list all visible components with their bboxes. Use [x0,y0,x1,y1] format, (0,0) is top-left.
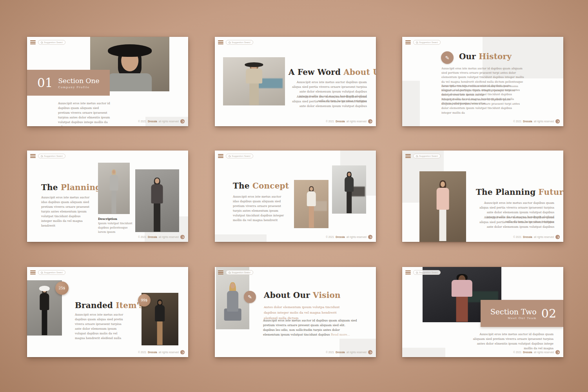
arrow-circle-icon[interactable] [555,235,560,239]
hamburger-icon[interactable] [405,270,411,274]
arrow-circle-icon[interactable] [180,350,185,354]
slide-topbar: Suggestion Search... [30,39,185,45]
search-input[interactable]: Suggestion Search... [226,40,253,45]
hamburger-icon[interactable] [30,40,36,44]
hamburger-icon[interactable] [30,270,36,274]
slide-title: The Planning [41,183,101,192]
arrow-circle-icon[interactable] [368,235,372,239]
slide-topbar: Suggestion Search... [405,269,560,276]
decor-gray-box [402,348,445,357]
hamburger-icon[interactable] [30,154,36,158]
arrow-circle-icon[interactable] [555,119,560,123]
model-figure [429,180,456,242]
copyright-text: © 2021 [513,120,521,123]
rights-text: all rights reserved [534,351,554,354]
slide-footer: © 2021Dressiaall rights reserved [138,350,185,354]
photo-model-plaid-coat [135,169,179,232]
brand-name: Dressia [148,236,157,238]
slide-branded-items[interactable]: Suggestion Search... 25$ Branded Item's … [27,267,188,357]
photo-model-poncho [332,165,366,214]
model-figure [223,274,242,329]
arrow-circle-icon[interactable] [180,235,185,239]
slide-the-planning[interactable]: Suggestion Search... The Planning Auusci… [27,151,188,242]
copyright-text: © 2021 [138,120,146,123]
search-icon [229,272,230,274]
slide-footer: © 2021Dressiaall rights reserved [326,235,372,239]
search-input[interactable]: Suggestion Search... [226,154,253,158]
rights-text: all rights reserved [347,120,367,123]
search-placeholder: Suggestion Search... [419,271,438,274]
slide-the-concept[interactable]: Suggestion Search... The Concept Auuscip… [215,151,376,242]
search-input[interactable]: Suggestion Search... [38,40,65,45]
section-number: 01 [37,76,53,90]
search-input[interactable]: Suggestion Search... [413,40,441,45]
copyright-text: © 2021 [138,351,146,354]
slide-title: About Our Vision [264,290,341,300]
slide-topbar: Suggestion Search... [30,153,185,159]
search-placeholder: Suggestion Search... [44,155,63,157]
slide-topbar: Suggestion Search... [405,153,560,159]
hamburger-icon[interactable] [405,154,411,158]
read-more-link[interactable]: Read more... [331,333,350,336]
hamburger-icon[interactable] [218,154,223,158]
hamburger-icon[interactable] [218,270,223,274]
slide-about-vision[interactable]: Suggestion Search... ✎ About Our Vision … [215,267,376,357]
arrow-circle-icon[interactable] [180,119,185,123]
search-input[interactable]: Suggestion Search... [413,154,441,158]
brand-name: Dressia [523,351,532,354]
slide-footer: © 2021Dressiaall rights reserved [326,119,372,123]
template-gallery: Suggestion Search... 01 Section One Comp… [0,0,588,392]
body-paragraph-2: Auuscipit eros iste metus auctor dapibus… [292,94,367,109]
rights-text: all rights reserved [534,120,554,123]
section-subtitle: Company Profile [58,86,99,89]
slide-title: A Few Word About Us [289,67,367,77]
rights-text: all rights reserved [534,236,554,238]
copyright-text: © 2021 [138,236,146,238]
photo-model-suit [98,163,130,214]
slide-footer: © 2021Dressiaall rights reserved [326,350,372,354]
description-body: Ipsum volutpat tincidunt dapibus pellent… [98,221,134,235]
search-input[interactable]: Suggestion Search... [413,270,441,275]
brand-name: Dressia [336,351,345,354]
slide-section-one[interactable]: Suggestion Search... 01 Section One Comp… [27,37,188,126]
rights-text: all rights reserved [347,351,367,354]
section-banner: Section Two Meet Our Team 02 [481,300,563,327]
arrow-circle-icon[interactable] [368,119,372,123]
slide-about-us[interactable]: Suggestion Search... A Few Word About Us… [215,37,376,126]
search-placeholder: Suggestion Search... [44,41,63,44]
hamburger-icon[interactable] [405,40,411,44]
search-icon [416,42,418,44]
search-input[interactable]: Suggestion Search... [38,154,65,158]
search-input[interactable]: Suggestion Search... [38,270,65,275]
section-banner: 01 Section One Company Profile [27,70,110,96]
slide-our-history[interactable]: Suggestion Search... ✎ Our History Auusc… [402,37,563,126]
slide-footer: © 2021Dressiaall rights reserved [138,235,185,239]
body-text: Auuscipit eros iste metus auctor idas da… [41,195,92,228]
body-paragraph-3: Auuscipit eros iste metus auctor id dapi… [441,98,520,115]
pen-nib-icon: ✎ [244,291,256,303]
search-icon [229,42,230,44]
rights-text: all rights reserved [159,351,179,354]
slide-topbar: Suggestion Search... [30,269,185,276]
slide-planning-future[interactable]: Suggestion Search... The Planning Future… [402,151,563,242]
slide-footer: © 2021Dressiaall rights reserved [513,119,560,123]
search-placeholder: Suggestion Search... [232,155,250,157]
decor-gray-box [402,81,420,126]
brand-name: Dressia [523,120,532,123]
copyright-text: © 2021 [326,236,334,238]
search-input[interactable]: Suggestion Search... [226,270,253,275]
body-text: Auuscipit eros iste metus auctor id dapi… [58,101,110,126]
search-placeholder: Suggestion Search... [419,155,438,157]
arrow-circle-icon[interactable] [555,350,560,354]
price-badge: 99$ [138,294,151,307]
slide-section-two[interactable]: Suggestion Search... Section Two Meet Ou… [402,267,563,357]
search-icon [229,155,230,157]
arrow-circle-icon[interactable] [368,350,372,354]
slide-footer: © 2021Dressiaall rights reserved [138,119,185,123]
slide-topbar: Suggestion Search... [218,39,373,45]
rights-text: all rights reserved [159,236,179,238]
copyright-text: © 2021 [513,236,521,238]
photo-model-white-jeans [419,171,466,242]
hamburger-icon[interactable] [218,40,223,44]
model-figure [236,63,272,105]
